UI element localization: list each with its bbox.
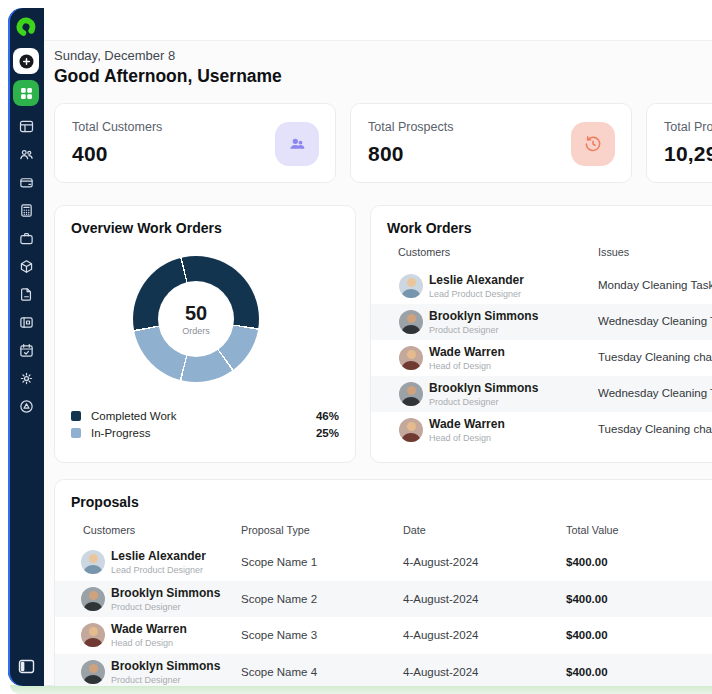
legend-swatch — [71, 411, 81, 421]
legend-swatch — [71, 428, 81, 438]
customer-name: Leslie Alexander — [429, 273, 524, 287]
card-title: Overview Work Orders — [71, 220, 222, 236]
stat-cards: Total Customers 400 Total Prospects 800 … — [54, 103, 712, 183]
app-window: Sunday, December 8 Good Afternoon, Usern… — [8, 8, 712, 686]
customer-role: Product Designer — [429, 325, 538, 335]
sidebar — [8, 8, 44, 686]
sidebar-item-inventory[interactable] — [12, 252, 40, 280]
issue-text: Tuesday Cleaning challenge — [598, 423, 712, 435]
work-order-row[interactable]: Brooklyn Simmons Product Designer Wednes… — [371, 304, 712, 340]
customer-name: Wade Warren — [111, 622, 187, 636]
sidebar-item-dashboard-active[interactable] — [13, 80, 39, 106]
legend-value: 46% — [316, 410, 339, 422]
work-order-row[interactable]: Leslie Alexander Lead Product Designer M… — [371, 268, 712, 304]
proposals-rows: Leslie Alexander Lead Product Designer S… — [55, 544, 712, 686]
customer-role: Product Designer — [111, 602, 220, 612]
issue-text: Monday Cleaning Task... — [598, 279, 712, 291]
sidebar-item-reports[interactable] — [12, 392, 40, 420]
add-button[interactable] — [13, 48, 39, 74]
users-icon — [19, 147, 34, 162]
customer: Leslie Alexander Lead Product Designer — [429, 273, 524, 299]
sidebar-item-settings[interactable] — [12, 364, 40, 392]
stat-card-total-prospects: Total Prospects 800 — [350, 103, 632, 183]
collapse-panel-icon — [18, 659, 35, 674]
proposal-date: 4-August-2024 — [403, 629, 478, 641]
customer: Brooklyn Simmons Product Designer — [429, 309, 538, 335]
customer-name: Brooklyn Simmons — [429, 309, 538, 323]
package-icon — [19, 259, 34, 274]
card-title: Work Orders — [387, 220, 472, 236]
sidebar-item-documents[interactable] — [12, 280, 40, 308]
customer: Wade Warren Head of Design — [429, 345, 505, 371]
avatar — [81, 587, 105, 611]
wallet-icon — [19, 175, 34, 190]
gear-icon — [19, 371, 34, 386]
customer-name: Leslie Alexander — [111, 549, 206, 563]
customer-role: Lead Product Designer — [111, 565, 206, 575]
proposal-row[interactable]: Leslie Alexander Lead Product Designer S… — [55, 544, 712, 581]
work-order-row[interactable]: Brooklyn Simmons Product Designer Wednes… — [371, 376, 712, 412]
sidebar-item-jobs[interactable] — [12, 224, 40, 252]
legend-label: In-Progress — [91, 427, 150, 439]
column-header-total-value: Total Value — [566, 524, 619, 536]
stat-value: 800 — [368, 142, 404, 166]
proposals-card: Proposals Customers Proposal Type Date T… — [54, 479, 712, 686]
window-bottom-glow — [10, 685, 712, 694]
stat-card-total-customers: Total Customers 400 — [54, 103, 336, 183]
sidebar-item-calculator[interactable] — [12, 196, 40, 224]
avatar — [399, 418, 423, 442]
avatar — [81, 623, 105, 647]
customer: Leslie Alexander Lead Product Designer — [111, 549, 206, 575]
legend-item: Completed Work 46% — [71, 408, 339, 424]
sidebar-item-wallet[interactable] — [12, 168, 40, 196]
proposal-date: 4-August-2024 — [403, 666, 478, 678]
id-card-icon — [19, 315, 34, 330]
triangle-circle-icon — [19, 399, 34, 414]
proposal-row[interactable]: Brooklyn Simmons Product Designer Scope … — [55, 581, 712, 618]
work-order-row[interactable]: Wade Warren Head of Design Tuesday Clean… — [371, 412, 712, 448]
grid-icon — [19, 86, 34, 101]
customer: Wade Warren Head of Design — [111, 622, 187, 648]
brand-logo-icon — [15, 16, 37, 38]
plus-icon — [18, 53, 35, 70]
card-title: Proposals — [71, 494, 139, 510]
proposal-row[interactable]: Brooklyn Simmons Product Designer Scope … — [55, 654, 712, 687]
sidebar-item-schedule[interactable] — [12, 336, 40, 364]
stat-label: Total Proposals — [664, 120, 712, 134]
avatar — [81, 550, 105, 574]
avatar — [399, 310, 423, 334]
customer-name: Wade Warren — [429, 345, 505, 359]
file-icon — [19, 287, 34, 302]
briefcase-icon — [19, 231, 34, 246]
legend-value: 25% — [316, 427, 339, 439]
stat-label: Total Customers — [72, 120, 162, 134]
avatar — [399, 346, 423, 370]
issue-text: Tuesday Cleaning challenge — [598, 351, 712, 363]
column-header-customers: Customers — [83, 524, 135, 536]
table-header: Customers Issues — [371, 246, 712, 260]
proposal-row[interactable]: Wade Warren Head of Design Scope Name 3 … — [55, 617, 712, 654]
proposal-type: Scope Name 1 — [241, 556, 317, 568]
column-header-proposal-type: Proposal Type — [241, 524, 310, 536]
proposal-total-value: $400.00 — [566, 629, 608, 641]
sidebar-item-dashboard[interactable] — [12, 112, 40, 140]
sidebar-item-customers[interactable] — [12, 140, 40, 168]
proposal-date: 4-August-2024 — [403, 556, 478, 568]
sidebar-item-invoices[interactable] — [12, 308, 40, 336]
sidebar-collapse-button[interactable] — [8, 659, 44, 674]
issue-text: Wednesday Cleaning Task — [598, 387, 712, 399]
column-header-date: Date — [403, 524, 426, 536]
customer-role: Lead Product Designer — [429, 289, 524, 299]
customer: Brooklyn Simmons Product Designer — [111, 659, 220, 685]
avatar — [399, 382, 423, 406]
customer-name: Wade Warren — [429, 417, 505, 431]
column-header-customers: Customers — [398, 246, 450, 258]
work-order-row[interactable]: Wade Warren Head of Design Tuesday Clean… — [371, 340, 712, 376]
proposal-type: Scope Name 4 — [241, 666, 317, 678]
donut-center: 50 Orders — [158, 281, 234, 357]
stat-label: Total Prospects — [368, 120, 453, 134]
legend-item: In-Progress 25% — [71, 425, 339, 441]
top-bar — [44, 8, 712, 41]
calendar-check-icon — [19, 343, 34, 358]
legend-label: Completed Work — [91, 410, 176, 422]
